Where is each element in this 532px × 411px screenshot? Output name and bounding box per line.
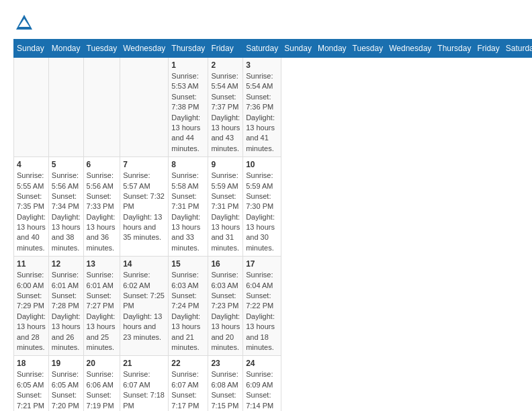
day-number: 12 [52, 259, 81, 269]
day-info: Sunrise: 6:01 AMSunset: 7:27 PMDaylight:… [87, 270, 118, 353]
day-number: 3 [246, 60, 278, 70]
day-info: Sunrise: 5:58 AMSunset: 7:31 PMDaylight:… [171, 171, 205, 253]
calendar-cell: 14Sunrise: 6:02 AMSunset: 7:25 PMDayligh… [120, 257, 169, 356]
day-info: Sunrise: 5:56 AMSunset: 7:34 PMDaylight:… [52, 171, 81, 253]
header-day-wednesday: Wednesday [386, 40, 435, 58]
day-info: Sunrise: 6:03 AMSunset: 7:24 PMDaylight:… [171, 270, 205, 353]
calendar-cell: 22Sunrise: 6:07 AMSunset: 7:17 PMDayligh… [169, 356, 208, 411]
day-number: 7 [123, 160, 165, 169]
calendar-cell [120, 58, 169, 157]
page-header [13, 13, 519, 32]
day-number: 6 [87, 160, 118, 169]
calendar-cell: 23Sunrise: 6:08 AMSunset: 7:15 PMDayligh… [208, 356, 243, 411]
calendar-cell: 20Sunrise: 6:06 AMSunset: 7:19 PMDayligh… [83, 356, 120, 411]
day-number: 2 [211, 60, 240, 70]
calendar-cell: 1Sunrise: 5:53 AMSunset: 7:38 PMDaylight… [169, 58, 208, 157]
day-number: 14 [123, 259, 165, 269]
logo-icon [15, 13, 34, 32]
day-number: 1 [171, 60, 205, 70]
day-number: 9 [211, 160, 240, 169]
day-info: Sunrise: 5:59 AMSunset: 7:30 PMDaylight:… [246, 171, 278, 253]
header-day-friday: Friday [474, 40, 502, 58]
day-info: Sunrise: 6:02 AMSunset: 7:25 PMDaylight:… [123, 270, 165, 342]
calendar-cell: 17Sunrise: 6:04 AMSunset: 7:22 PMDayligh… [243, 257, 281, 356]
calendar-cell [48, 58, 83, 157]
day-info: Sunrise: 6:07 AMSunset: 7:18 PMDaylight:… [123, 369, 165, 411]
calendar-cell: 8Sunrise: 5:58 AMSunset: 7:31 PMDaylight… [169, 157, 208, 257]
day-info: Sunrise: 6:09 AMSunset: 7:14 PMDaylight:… [246, 369, 278, 411]
header-day-saturday: Saturday [243, 40, 281, 58]
header-day-sunday: Sunday [14, 40, 49, 58]
calendar-cell: 6Sunrise: 5:56 AMSunset: 7:33 PMDaylight… [83, 157, 120, 257]
day-info: Sunrise: 6:01 AMSunset: 7:28 PMDaylight:… [52, 270, 81, 353]
day-number: 23 [211, 359, 240, 368]
day-info: Sunrise: 6:00 AMSunset: 7:29 PMDaylight:… [17, 270, 46, 353]
calendar-week-2: 4Sunrise: 5:55 AMSunset: 7:35 PMDaylight… [14, 157, 533, 257]
day-number: 18 [17, 359, 46, 368]
header-day-friday: Friday [208, 40, 243, 58]
day-number: 24 [246, 359, 278, 368]
header-day-wednesday: Wednesday [120, 40, 169, 58]
calendar-cell: 4Sunrise: 5:55 AMSunset: 7:35 PMDaylight… [14, 157, 49, 257]
day-number: 13 [87, 259, 118, 269]
calendar-cell: 13Sunrise: 6:01 AMSunset: 7:27 PMDayligh… [83, 257, 120, 356]
calendar-cell: 19Sunrise: 6:05 AMSunset: 7:20 PMDayligh… [48, 356, 83, 411]
calendar-cell: 7Sunrise: 5:57 AMSunset: 7:32 PMDaylight… [120, 157, 169, 257]
calendar-cell [14, 58, 49, 157]
day-number: 15 [171, 259, 205, 269]
header-day-sunday: Sunday [281, 40, 315, 58]
day-info: Sunrise: 5:53 AMSunset: 7:38 PMDaylight:… [171, 71, 205, 154]
calendar-cell: 16Sunrise: 6:03 AMSunset: 7:23 PMDayligh… [208, 257, 243, 356]
calendar-cell: 21Sunrise: 6:07 AMSunset: 7:18 PMDayligh… [120, 356, 169, 411]
day-number: 10 [246, 160, 278, 169]
day-info: Sunrise: 5:56 AMSunset: 7:33 PMDaylight:… [87, 171, 118, 253]
header-day-saturday: Saturday [502, 40, 532, 58]
calendar-cell [83, 58, 120, 157]
day-number: 16 [211, 259, 240, 269]
day-info: Sunrise: 5:55 AMSunset: 7:35 PMDaylight:… [17, 171, 46, 253]
day-number: 21 [123, 359, 165, 368]
calendar-cell: 10Sunrise: 5:59 AMSunset: 7:30 PMDayligh… [243, 157, 281, 257]
header-day-thursday: Thursday [169, 40, 208, 58]
day-info: Sunrise: 5:57 AMSunset: 7:32 PMDaylight:… [123, 171, 165, 243]
header-day-monday: Monday [48, 40, 83, 58]
calendar-week-3: 11Sunrise: 6:00 AMSunset: 7:29 PMDayligh… [14, 257, 533, 356]
day-number: 17 [246, 259, 278, 269]
calendar-cell: 5Sunrise: 5:56 AMSunset: 7:34 PMDaylight… [48, 157, 83, 257]
day-info: Sunrise: 6:08 AMSunset: 7:15 PMDaylight:… [211, 369, 240, 411]
day-info: Sunrise: 5:54 AMSunset: 7:36 PMDaylight:… [246, 71, 278, 154]
day-number: 22 [171, 359, 205, 368]
day-number: 11 [17, 259, 46, 269]
calendar-cell: 18Sunrise: 6:05 AMSunset: 7:21 PMDayligh… [14, 356, 49, 411]
calendar-cell: 2Sunrise: 5:54 AMSunset: 7:37 PMDaylight… [208, 58, 243, 157]
header-day-thursday: Thursday [435, 40, 474, 58]
day-number: 4 [17, 160, 46, 169]
calendar-table: SundayMondayTuesdayWednesdayThursdayFrid… [13, 39, 532, 411]
header-day-monday: Monday [314, 40, 349, 58]
day-info: Sunrise: 6:06 AMSunset: 7:19 PMDaylight:… [87, 369, 118, 411]
day-info: Sunrise: 6:05 AMSunset: 7:20 PMDaylight:… [52, 369, 81, 411]
calendar-cell: 11Sunrise: 6:00 AMSunset: 7:29 PMDayligh… [14, 257, 49, 356]
day-number: 19 [52, 359, 81, 368]
day-number: 8 [171, 160, 205, 169]
day-number: 20 [87, 359, 118, 368]
logo [13, 13, 35, 32]
calendar-cell: 15Sunrise: 6:03 AMSunset: 7:24 PMDayligh… [169, 257, 208, 356]
day-info: Sunrise: 6:04 AMSunset: 7:22 PMDaylight:… [246, 270, 278, 353]
day-info: Sunrise: 5:59 AMSunset: 7:31 PMDaylight:… [211, 171, 240, 253]
day-number: 5 [52, 160, 81, 169]
calendar-cell: 24Sunrise: 6:09 AMSunset: 7:14 PMDayligh… [243, 356, 281, 411]
header-day-tuesday: Tuesday [349, 40, 386, 58]
day-info: Sunrise: 6:03 AMSunset: 7:23 PMDaylight:… [211, 270, 240, 353]
calendar-header-row: SundayMondayTuesdayWednesdayThursdayFrid… [14, 40, 533, 58]
header-day-tuesday: Tuesday [83, 40, 120, 58]
calendar-cell: 3Sunrise: 5:54 AMSunset: 7:36 PMDaylight… [243, 58, 281, 157]
day-info: Sunrise: 6:07 AMSunset: 7:17 PMDaylight:… [171, 369, 205, 411]
calendar-cell: 9Sunrise: 5:59 AMSunset: 7:31 PMDaylight… [208, 157, 243, 257]
calendar-cell: 12Sunrise: 6:01 AMSunset: 7:28 PMDayligh… [48, 257, 83, 356]
day-info: Sunrise: 5:54 AMSunset: 7:37 PMDaylight:… [211, 71, 240, 154]
day-info: Sunrise: 6:05 AMSunset: 7:21 PMDaylight:… [17, 369, 46, 411]
calendar-week-4: 18Sunrise: 6:05 AMSunset: 7:21 PMDayligh… [14, 356, 533, 411]
calendar-week-1: 1Sunrise: 5:53 AMSunset: 7:38 PMDaylight… [14, 58, 533, 157]
